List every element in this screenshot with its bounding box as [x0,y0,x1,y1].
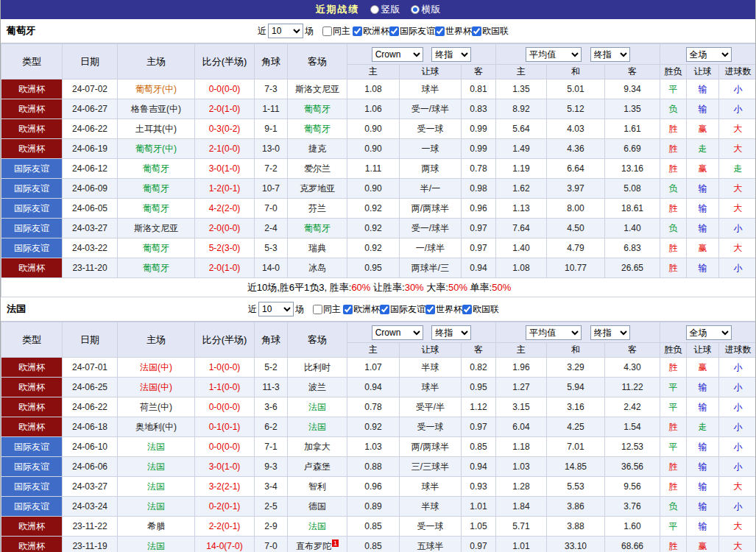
goals-result-cell: 大 [719,199,756,219]
asian-home-odds-cell: 0.90 [347,139,400,159]
asian-away-odds-cell: 1.01 [462,497,496,517]
same-home-checkbox[interactable] [313,305,322,314]
vertical-radio[interactable] [370,5,379,14]
asian-away-odds-cell: 0.96 [462,199,496,219]
scope-select[interactable]: 全场 [686,47,732,62]
match-row: 欧洲杯23-11-19法国14-0(7-0)7-0直布罗陀10.85五球半0.9… [1,537,756,552]
handicap-cell: 受一球 [400,517,462,537]
handicap-result-cell: 赢 [687,159,719,179]
asian-away-odds-cell: 0.97 [462,417,496,437]
result-cell: 胜 [660,477,687,497]
score-cell: 1-1(0-0) [195,378,255,397]
euro-cup-checkbox[interactable] [343,305,353,314]
summary-part: 让胜率: [370,282,404,293]
home-team: 法国 [147,442,165,452]
col-date: 日期 [63,322,118,358]
nationsleague-checkbox[interactable] [472,26,481,36]
league-cell: 欧洲杯 [1,378,63,397]
home-team-cell: 法国 [118,477,195,497]
scope-select[interactable]: 全场 [686,325,732,340]
table-header-row: 类型 日期 主场 比分(半场) 角球 客场 Crown 终指 平均值 终指 全场 [1,44,756,65]
asian-odds-time-select[interactable]: 终指 [431,325,471,340]
same-home-checkbox[interactable] [322,26,332,36]
home-team: 葡萄牙 [143,203,169,213]
home-team-cell: 法国 [118,437,195,457]
nationsleague-checkbox[interactable] [462,305,472,314]
euro-odds-source-select[interactable]: 平均值 [526,325,582,340]
home-team: 法国(中) [140,362,172,372]
summary-part: 60% [351,282,370,293]
result-cell: 平 [660,437,687,457]
euro-home-odds-cell: 6.04 [496,417,547,437]
euro-away-odds-cell: 1.61 [605,119,660,139]
league-filter-worldcup: 世界杯 [435,25,472,38]
euro-away-odds-cell: 1.35 [605,99,660,119]
bookmaker-select[interactable]: Crown [372,325,423,340]
recent-count-select[interactable]: 10 [268,24,303,38]
euro-home-odds-cell: 1.35 [496,79,547,99]
summary-row: 近10场,胜6平1负3, 胜率:60% 让胜率:30% 大率:50% 单率:50… [1,278,756,297]
euro-odds-source-select[interactable]: 平均值 [526,47,582,62]
asian-odds-time-select[interactable]: 终指 [431,47,471,62]
league-cell: 欧洲杯 [1,79,63,99]
summary-part: 50% [448,282,467,293]
asian-home-odds-cell: 0.85 [347,537,400,552]
friendly-checkbox[interactable] [380,305,389,314]
league-filter-worldcup: 世界杯 [425,303,462,316]
asian-away-odds-cell: 0.82 [462,358,496,378]
result-cell: 胜 [660,457,687,477]
handicap-cell: 受一球 [400,119,462,139]
euro-away-odds-cell: 1.60 [605,517,660,537]
nationsleague-label: 欧国联 [482,25,509,38]
asian-odds-group: Crown 终指 [347,322,496,343]
corner-cell: 14-0 [255,258,288,278]
euro-away-odds-cell: 18.61 [605,199,660,219]
handicap-cell: 半球 [400,497,462,517]
home-team: 法国 [147,541,165,551]
friendly-checkbox[interactable] [389,26,399,36]
result-cell: 胜 [660,238,687,258]
away-team: 克罗地亚 [300,183,335,194]
euro-home-odds-cell: 1.40 [496,238,547,258]
away-team: 冰岛 [308,263,326,273]
corner-cell: 3-6 [255,397,288,417]
league-cell: 欧洲杯 [1,99,63,119]
match-row: 欧洲杯23-11-20葡萄牙2-0(1-0)14-0冰岛0.95两球半/三0.9… [1,258,756,278]
handicap-result-cell: 输 [687,457,719,477]
worldcup-checkbox[interactable] [425,305,435,314]
team-section-header-2: 法国 近 10 场 同主 欧洲杯 国际友谊 世界杯 欧国联 [1,297,755,322]
league-filter-euro: 欧洲杯 [353,25,389,38]
home-team-cell: 葡萄牙(中) [118,79,195,99]
asian-home-odds-cell: 0.92 [347,238,400,258]
friendly-label: 国际友谊 [390,303,425,316]
match-row: 欧洲杯23-11-22希腊2-2(0-1)2-9法国0.85受一球1.055.7… [1,517,756,537]
bookmaker-select[interactable]: Crown [372,47,423,62]
worldcup-checkbox[interactable] [435,26,445,36]
away-team-cell: 法国 [288,517,347,537]
horizontal-radio[interactable] [411,5,420,14]
result-cell: 胜 [660,417,687,437]
euro-cup-checkbox[interactable] [353,26,362,36]
corner-cell: 7-0 [255,537,288,552]
euro-home-odds-cell: 5.64 [496,119,547,139]
summary-part: 大率: [424,282,448,293]
handicap-cell: 两/两球半 [400,437,462,457]
euro-odds-time-select[interactable]: 终指 [590,47,630,62]
asian-home-odds-cell: 1.11 [347,159,400,179]
goals-result-cell: 小 [719,417,756,437]
result-group: 全场 [660,44,756,65]
horizontal-radio-label: 横版 [422,3,441,16]
result-group: 全场 [660,322,756,343]
same-home-option: 同主 [322,25,350,38]
col-home: 主场 [118,44,195,79]
result-cell: 胜 [660,258,687,278]
date-cell: 24-06-09 [63,179,118,199]
goals-result-cell: 大 [719,477,756,497]
recent-count-select[interactable]: 10 [258,302,294,316]
col-away: 客场 [288,44,347,79]
handicap-cell: 三/三球半 [400,457,462,477]
home-team: 格鲁吉亚(中) [131,104,181,114]
euro-odds-time-select[interactable]: 终指 [590,325,630,340]
euro-draw-odds-cell: 5.94 [547,378,605,397]
euro-draw-odds-cell: 4.03 [547,119,605,139]
